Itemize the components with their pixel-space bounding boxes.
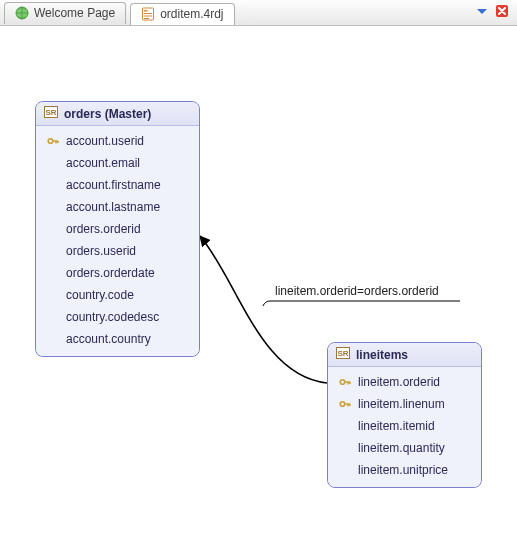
close-icon[interactable]	[495, 4, 509, 21]
tab-bar: Welcome Page orditem.4rdj	[0, 0, 517, 26]
entity-field-list: lineitem.orderidlineitem.linenumlineitem…	[328, 367, 481, 487]
field-label: country.code	[66, 288, 134, 302]
key-icon	[338, 375, 352, 389]
entity-field[interactable]: account.userid	[42, 130, 193, 152]
field-label: orders.userid	[66, 244, 136, 258]
field-label: orders.orderdate	[66, 266, 155, 280]
field-label: account.userid	[66, 134, 144, 148]
entity-field[interactable]: lineitem.linenum	[334, 393, 475, 415]
key-slot-empty	[46, 178, 60, 192]
field-label: lineitem.itemid	[358, 419, 435, 433]
key-slot-empty	[338, 441, 352, 455]
field-label: lineitem.unitprice	[358, 463, 448, 477]
report-file-icon	[141, 7, 155, 21]
field-label: lineitem.orderid	[358, 375, 440, 389]
entity-field[interactable]: lineitem.unitprice	[334, 459, 475, 481]
entity-title: orders (Master)	[64, 107, 151, 121]
key-slot-empty	[46, 156, 60, 170]
key-slot-empty	[46, 332, 60, 346]
key-slot-empty	[46, 266, 60, 280]
svg-point-9	[48, 139, 53, 144]
field-label: account.country	[66, 332, 151, 346]
key-slot-empty	[338, 419, 352, 433]
entity-field[interactable]: country.code	[42, 284, 193, 306]
entity-lineitems[interactable]: SR lineitems lineitem.orderidlineitem.li…	[327, 342, 482, 488]
svg-text:SR: SR	[45, 108, 56, 117]
field-label: orders.orderid	[66, 222, 141, 236]
entity-field[interactable]: account.country	[42, 328, 193, 350]
svg-rect-5	[144, 18, 149, 19]
svg-rect-3	[144, 13, 152, 14]
key-slot-empty	[46, 310, 60, 324]
minimize-icon[interactable]	[475, 4, 489, 21]
entity-field[interactable]: account.email	[42, 152, 193, 174]
globe-icon	[15, 6, 29, 20]
field-label: account.email	[66, 156, 140, 170]
field-label: country.codedesc	[66, 310, 159, 324]
entity-field[interactable]: account.firstname	[42, 174, 193, 196]
entity-title: lineitems	[356, 348, 408, 362]
key-slot-empty	[46, 200, 60, 214]
field-label: lineitem.linenum	[358, 397, 445, 411]
table-icon: SR	[336, 347, 350, 362]
relationship-label: lineitem.orderid=orders.orderid	[275, 284, 439, 298]
entity-field[interactable]: orders.userid	[42, 240, 193, 262]
entity-header[interactable]: SR orders (Master)	[36, 102, 199, 126]
field-label: account.lastname	[66, 200, 160, 214]
tab-actions	[475, 4, 513, 21]
entity-field-list: account.useridaccount.emailaccount.first…	[36, 126, 199, 356]
key-slot-empty	[46, 244, 60, 258]
tab-orditem[interactable]: orditem.4rdj	[130, 3, 234, 25]
svg-rect-2	[144, 10, 148, 12]
entity-orders[interactable]: SR orders (Master) account.useridaccount…	[35, 101, 200, 357]
entity-field[interactable]: orders.orderid	[42, 218, 193, 240]
svg-rect-4	[144, 16, 152, 17]
entity-header[interactable]: SR lineitems	[328, 343, 481, 367]
key-slot-empty	[46, 222, 60, 236]
key-slot-empty	[46, 288, 60, 302]
key-icon	[338, 397, 352, 411]
field-label: account.firstname	[66, 178, 161, 192]
entity-field[interactable]: orders.orderdate	[42, 262, 193, 284]
diagram-canvas[interactable]: lineitem.orderid=orders.orderid SR order…	[0, 26, 517, 554]
svg-point-13	[340, 402, 345, 407]
entity-field[interactable]: country.codedesc	[42, 306, 193, 328]
entity-field[interactable]: lineitem.quantity	[334, 437, 475, 459]
field-label: lineitem.quantity	[358, 441, 445, 455]
key-slot-empty	[338, 463, 352, 477]
tab-label: Welcome Page	[34, 6, 115, 20]
entity-field[interactable]: account.lastname	[42, 196, 193, 218]
entity-field[interactable]: lineitem.itemid	[334, 415, 475, 437]
entity-field[interactable]: lineitem.orderid	[334, 371, 475, 393]
svg-text:SR: SR	[337, 349, 348, 358]
table-icon: SR	[44, 106, 58, 121]
tab-welcome[interactable]: Welcome Page	[4, 2, 126, 24]
key-icon	[46, 134, 60, 148]
svg-point-12	[340, 380, 345, 385]
tab-label: orditem.4rdj	[160, 7, 223, 21]
